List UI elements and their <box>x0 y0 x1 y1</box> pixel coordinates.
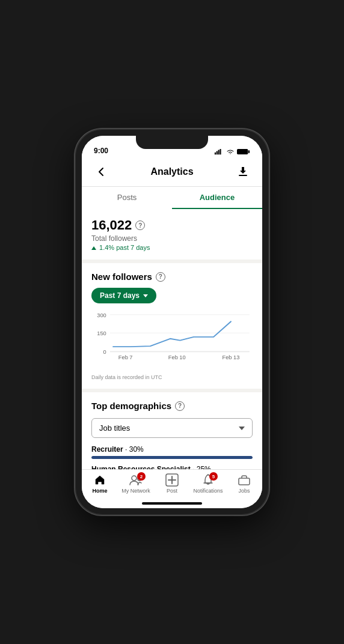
notch <box>136 136 208 149</box>
svg-rect-0 <box>215 152 216 154</box>
bar-item-hr: Human Resources Specialist · 25% <box>91 465 253 469</box>
line-chart: 300 150 0 Feb 7 Feb 10 Feb 13 <box>91 312 253 372</box>
svg-text:Feb 10: Feb 10 <box>168 354 186 360</box>
svg-rect-4 <box>237 149 248 154</box>
home-indicator <box>82 500 262 508</box>
svg-text:300: 300 <box>97 312 106 318</box>
svg-text:Feb 13: Feb 13 <box>222 354 239 360</box>
svg-text:0: 0 <box>103 349 106 355</box>
svg-rect-1 <box>217 151 218 154</box>
content-area: 16,022 ? Total followers 1.4% past 7 day… <box>82 209 262 469</box>
chart-container: 300 150 0 Feb 7 Feb 10 Feb 13 <box>91 312 253 372</box>
notifications-badge: 5 <box>209 472 218 481</box>
tab-audience[interactable]: Audience <box>172 187 262 209</box>
nav-label-home: Home <box>92 488 107 494</box>
svg-text:150: 150 <box>97 330 106 336</box>
post-icon <box>165 473 179 487</box>
battery-icon <box>237 148 250 155</box>
bar-pct-recruiter: · <box>125 445 129 454</box>
svg-rect-23 <box>239 478 250 485</box>
bar-label-hr: Human Resources Specialist · 25% <box>91 465 253 469</box>
nav-label-post: Post <box>167 488 177 494</box>
nav-label-notifications: Notifications <box>193 488 223 494</box>
growth-arrow-icon <box>91 246 96 250</box>
chart-note: Daily data is recorded in UTC <box>91 374 253 380</box>
new-followers-title: New followers ? <box>91 272 253 282</box>
nav-item-jobs[interactable]: Jobs <box>226 473 262 494</box>
followers-count-row: 16,022 ? <box>91 217 253 233</box>
header: Analytics <box>82 157 262 187</box>
nav-label-network: My Network <box>121 488 150 494</box>
network-badge: 2 <box>137 472 146 481</box>
nav-label-jobs: Jobs <box>238 488 250 494</box>
home-icon <box>93 473 106 487</box>
nav-item-notifications[interactable]: 5 Notifications <box>190 473 226 494</box>
phone-screen: 9:00 <box>82 136 262 508</box>
home-bar <box>142 502 202 505</box>
followers-info-icon[interactable]: ? <box>135 220 145 230</box>
followers-label: Total followers <box>91 234 253 243</box>
followers-number: 16,022 <box>91 217 132 233</box>
nav-item-network[interactable]: 2 My Network <box>118 473 154 494</box>
demographics-title: Top demographics ? <box>91 401 253 411</box>
demographics-dropdown[interactable]: Job titles <box>91 418 253 438</box>
followers-growth: 1.4% past 7 days <box>91 244 253 251</box>
svg-point-17 <box>132 476 137 481</box>
period-dropdown-button[interactable]: Past 7 days <box>91 288 156 303</box>
back-button[interactable] <box>91 162 111 181</box>
download-button[interactable] <box>233 162 253 181</box>
svg-rect-5 <box>248 150 250 153</box>
tabs-container: Posts Audience <box>82 187 262 209</box>
svg-rect-2 <box>218 150 220 154</box>
svg-rect-6 <box>239 175 247 176</box>
bar-label-recruiter: Recruiter · 30% <box>91 445 253 454</box>
nav-item-home[interactable]: Home <box>82 473 118 494</box>
bar-fill-recruiter <box>91 456 253 459</box>
nav-item-post[interactable]: Post <box>154 473 190 494</box>
demographics-info-icon[interactable]: ? <box>175 401 185 411</box>
bar-pct-hr: · <box>192 465 197 469</box>
page-title: Analytics <box>150 166 193 177</box>
svg-text:Feb 7: Feb 7 <box>118 354 133 360</box>
status-time: 9:00 <box>94 147 108 155</box>
dropdown-arrow-icon <box>143 294 148 297</box>
demographics-section: Top demographics ? Job titles Recruiter … <box>82 392 262 469</box>
demographics-dropdown-label: Job titles <box>99 424 130 433</box>
phone-frame: 9:00 <box>76 130 268 514</box>
signal-icon <box>214 149 224 155</box>
followers-section: 16,022 ? Total followers 1.4% past 7 day… <box>82 209 262 260</box>
chevron-down-icon <box>239 427 245 430</box>
status-bar: 9:00 <box>82 136 262 157</box>
new-followers-section: New followers ? Past 7 days <box>82 263 262 389</box>
bar-item-recruiter: Recruiter · 30% <box>91 445 253 459</box>
jobs-icon <box>238 473 251 487</box>
wifi-icon <box>226 149 235 155</box>
tab-posts[interactable]: Posts <box>82 187 172 209</box>
svg-rect-3 <box>220 149 221 154</box>
growth-text: 1.4% past 7 days <box>99 244 150 251</box>
new-followers-info-icon[interactable]: ? <box>156 272 165 282</box>
status-icons <box>214 148 250 155</box>
bar-track-recruiter <box>91 456 253 459</box>
bottom-nav: Home 2 My Network <box>82 469 262 500</box>
